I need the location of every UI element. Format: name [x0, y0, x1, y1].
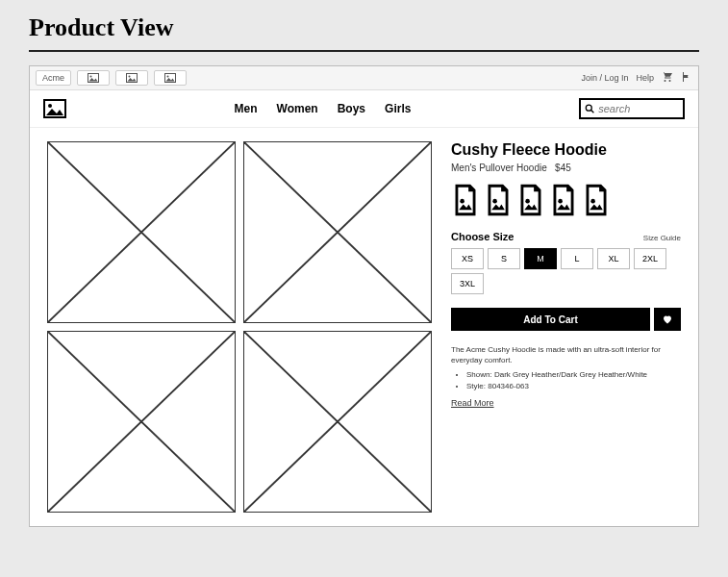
svg-point-19 — [492, 199, 497, 204]
swatch-2[interactable] — [484, 183, 513, 217]
swatch-5[interactable] — [582, 183, 611, 217]
desc-bullet-1: Shown: Dark Grey Heather/Dark Grey Heath… — [466, 369, 681, 380]
svg-point-21 — [558, 199, 563, 204]
top-links: Join / Log In Help — [581, 71, 692, 85]
title-rule — [29, 50, 699, 52]
size-heading-row: Choose Size Size Guide — [451, 231, 681, 242]
size-guide-link[interactable]: Size Guide — [643, 234, 681, 242]
gallery-image-2[interactable] — [243, 141, 432, 323]
wireframe-viewport: Acme Join / Log In Help Men Wome — [29, 65, 699, 527]
help-link[interactable]: Help — [636, 73, 654, 83]
product-category: Men's Pullover Hoodie — [451, 163, 547, 173]
choose-size-label: Choose Size — [451, 231, 514, 242]
flag-icon[interactable] — [681, 71, 692, 85]
product-title: Cushy Fleece Hoodie — [451, 141, 681, 159]
search-input[interactable] — [598, 103, 679, 114]
svg-point-3 — [129, 76, 131, 78]
swatch-4[interactable] — [549, 183, 578, 217]
size-m[interactable]: M — [524, 248, 557, 269]
nav-women[interactable]: Women — [277, 102, 318, 115]
svg-point-20 — [525, 199, 530, 204]
svg-point-1 — [90, 76, 92, 78]
swatch-1[interactable] — [451, 183, 480, 217]
desc-bullet-2: Style: 804346-063 — [466, 381, 681, 391]
nav-girls[interactable]: Girls — [385, 102, 411, 115]
svg-point-22 — [590, 199, 595, 204]
svg-point-8 — [586, 105, 591, 111]
image-icon — [43, 99, 66, 118]
browser-tab-acme[interactable]: Acme — [36, 70, 71, 86]
page-title: Product View — [0, 0, 728, 50]
read-more-link[interactable]: Read More — [451, 398, 494, 408]
svg-point-18 — [460, 199, 464, 204]
browser-tab-2[interactable] — [77, 70, 110, 86]
browser-tab-4[interactable] — [154, 70, 187, 86]
main-nav: Men Women Boys Girls — [76, 102, 569, 115]
size-l[interactable]: L — [561, 248, 593, 269]
image-icon — [88, 73, 99, 83]
size-xl[interactable]: XL — [597, 248, 630, 269]
cart-icon[interactable] — [662, 71, 673, 85]
image-icon — [126, 73, 138, 83]
site-header: Men Women Boys Girls — [30, 90, 698, 128]
product-subtitle: Men's Pullover Hoodie $45 — [451, 163, 681, 173]
search-box[interactable] — [579, 98, 685, 119]
search-icon — [585, 103, 594, 114]
image-icon — [164, 73, 176, 83]
size-2xl[interactable]: 2XL — [634, 248, 666, 269]
nav-boys[interactable]: Boys — [338, 102, 365, 115]
product-details: Cushy Fleece Hoodie Men's Pullover Hoodi… — [451, 141, 681, 513]
nav-men[interactable]: Men — [235, 102, 258, 115]
browser-tab-3[interactable] — [115, 70, 148, 86]
brand-logo[interactable] — [43, 99, 66, 118]
product-price: $45 — [555, 163, 571, 173]
product-description: The Acme Cushy Hoodie is made with an ul… — [451, 344, 681, 409]
size-s[interactable]: S — [488, 248, 520, 269]
join-login-link[interactable]: Join / Log In — [581, 73, 628, 83]
svg-point-5 — [167, 76, 169, 78]
add-to-cart-button[interactable]: Add To Cart — [451, 308, 650, 331]
size-options: XSSMLXL2XL3XL — [451, 248, 681, 294]
svg-point-7 — [48, 104, 52, 108]
size-xs[interactable]: XS — [451, 248, 484, 269]
product-gallery — [47, 141, 432, 513]
gallery-image-3[interactable] — [47, 331, 236, 513]
color-swatches — [451, 183, 681, 217]
gallery-image-4[interactable] — [243, 331, 432, 513]
gallery-image-1[interactable] — [47, 141, 236, 323]
browser-tabbar: Acme Join / Log In Help — [30, 66, 698, 90]
heart-icon — [662, 314, 673, 325]
size-3xl[interactable]: 3XL — [451, 273, 484, 294]
swatch-3[interactable] — [516, 183, 545, 217]
favorite-button[interactable] — [654, 308, 681, 331]
svg-line-9 — [590, 110, 593, 113]
cart-row: Add To Cart — [451, 308, 681, 331]
description-text: The Acme Cushy Hoodie is made with an ul… — [451, 344, 681, 365]
product-content: Cushy Fleece Hoodie Men's Pullover Hoodi… — [30, 128, 698, 526]
